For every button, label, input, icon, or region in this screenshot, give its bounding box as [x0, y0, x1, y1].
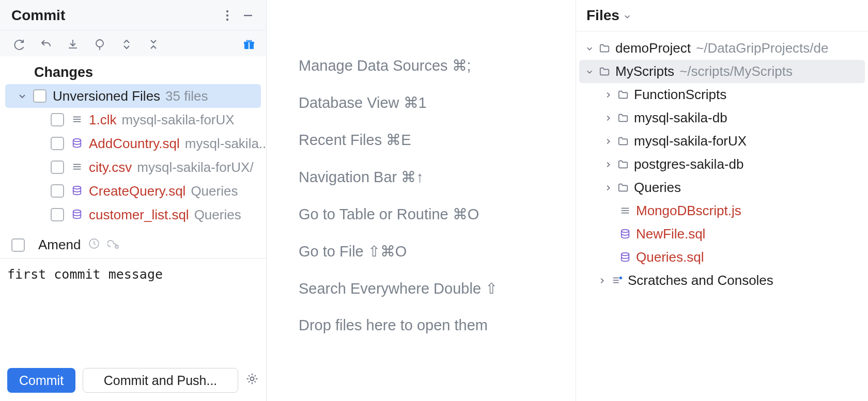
commit-title: Commit: [11, 7, 214, 24]
gear-icon[interactable]: [245, 372, 259, 389]
file-name: NewFile.sql: [636, 226, 705, 242]
database-icon: [70, 184, 84, 198]
file-checkbox[interactable]: [51, 113, 64, 126]
welcome-action[interactable]: Search Everywhere Double ⇧: [299, 280, 544, 297]
folder-node[interactable]: FunctionScripts: [576, 83, 868, 106]
file-node[interactable]: NewFile.sql: [576, 222, 868, 246]
project-root-scripts[interactable]: MyScripts ~/scripts/MyScripts: [579, 60, 865, 83]
chevron-right-icon[interactable]: [597, 277, 607, 284]
chevron-down-icon[interactable]: [584, 45, 595, 52]
unversioned-count: 35 files: [165, 88, 208, 104]
file-name: 1.clk: [89, 112, 116, 128]
file-path: mysql-sakila...: [185, 136, 266, 152]
chevron-down-icon[interactable]: [624, 7, 631, 24]
ai-suggest-icon[interactable]: [107, 237, 120, 253]
changes-heading: Changes: [0, 60, 266, 84]
file-row[interactable]: AddCountry.sql mysql-sakila...: [0, 132, 266, 155]
unversioned-files-node[interactable]: Unversioned Files 35 files: [5, 84, 261, 108]
svg-point-16: [73, 186, 81, 189]
chevron-right-icon[interactable]: [603, 115, 613, 122]
folder-label: postgres-sakila-db: [634, 156, 743, 172]
commit-message-text: first commit message: [7, 267, 163, 282]
shelve-icon[interactable]: [65, 37, 81, 52]
svg-point-1: [226, 14, 228, 17]
file-row[interactable]: 1.clk mysql-sakila-forUX: [0, 108, 266, 132]
scratches-icon: [610, 275, 624, 286]
text-file-icon: [70, 113, 84, 126]
folder-label: FunctionScripts: [634, 87, 726, 103]
folder-node[interactable]: mysql-sakila-db: [576, 106, 868, 130]
amend-row: Amend: [0, 232, 266, 258]
file-checkbox[interactable]: [51, 208, 64, 221]
chevron-down-icon[interactable]: [17, 90, 28, 102]
welcome-action[interactable]: Recent Files ⌘E: [299, 131, 544, 149]
welcome-action[interactable]: Manage Data Sources ⌘;: [299, 57, 544, 74]
file-row[interactable]: city.csv mysql-sakila-forUX/: [0, 155, 266, 179]
scripts-root-path: ~/scripts/MyScripts: [679, 63, 793, 79]
svg-point-0: [226, 10, 228, 12]
file-name: MongoDBscript.js: [636, 203, 741, 219]
svg-point-2: [226, 19, 228, 21]
chevron-right-icon[interactable]: [603, 91, 613, 99]
file-checkbox[interactable]: [51, 137, 64, 150]
preview-diff-icon[interactable]: [92, 37, 107, 52]
folder-label: mysql-sakila-db: [634, 110, 727, 126]
file-row[interactable]: CreateQuery.sql Queries: [0, 179, 266, 203]
chevron-right-icon[interactable]: [603, 161, 613, 168]
folder-icon: [598, 43, 611, 54]
folder-node[interactable]: postgres-sakila-db: [576, 153, 868, 176]
history-icon[interactable]: [88, 237, 100, 253]
expand-icon[interactable]: [119, 37, 134, 52]
svg-point-29: [619, 276, 623, 279]
welcome-action[interactable]: Go to File ⇧⌘O: [299, 243, 544, 260]
amend-checkbox[interactable]: [11, 238, 25, 252]
amend-label: Amend: [38, 237, 81, 253]
file-checkbox[interactable]: [51, 161, 64, 174]
text-file-icon: [618, 205, 632, 217]
scratches-node[interactable]: Scratches and Consoles: [576, 269, 868, 292]
folder-node[interactable]: mysql-sakila-forUX: [576, 130, 868, 153]
folder-node[interactable]: Queries: [576, 176, 868, 199]
file-name: CreateQuery.sql: [89, 183, 185, 199]
svg-point-17: [73, 210, 81, 213]
commit-message-input[interactable]: first commit message: [0, 258, 266, 362]
scratches-label: Scratches and Consoles: [628, 272, 773, 288]
minimize-icon[interactable]: [240, 8, 256, 23]
kebab-menu-icon[interactable]: [220, 8, 235, 23]
commit-button[interactable]: Commit: [7, 368, 75, 393]
welcome-action[interactable]: Navigation Bar ⌘↑: [299, 168, 544, 186]
commit-and-push-button[interactable]: Commit and Push...: [83, 368, 238, 393]
files-tree: demoProject ~/DataGripProjects/de MyScri…: [576, 31, 868, 292]
rollback-icon[interactable]: [38, 37, 54, 52]
scripts-root-name: MyScripts: [615, 63, 674, 79]
file-row[interactable]: customer_list.sql Queries: [0, 203, 266, 227]
unversioned-checkbox[interactable]: [33, 89, 47, 103]
folder-icon: [616, 182, 630, 194]
file-name: city.csv: [89, 159, 132, 175]
refresh-icon[interactable]: [11, 37, 27, 52]
demo-project-name: demoProject: [615, 40, 691, 56]
welcome-action[interactable]: Drop files here to open them: [299, 317, 544, 334]
svg-rect-8: [249, 42, 250, 49]
folder-icon: [616, 113, 630, 124]
svg-point-12: [73, 139, 81, 142]
file-checkbox[interactable]: [51, 184, 64, 198]
gift-icon[interactable]: [241, 37, 257, 52]
project-root-demo[interactable]: demoProject ~/DataGripProjects/de: [576, 37, 868, 60]
file-path: Queries: [194, 207, 241, 223]
text-file-icon: [70, 161, 84, 174]
file-node[interactable]: MongoDBscript.js: [576, 199, 868, 222]
database-icon: [70, 208, 84, 221]
collapse-icon[interactable]: [146, 37, 161, 52]
chevron-down-icon[interactable]: [584, 68, 595, 75]
svg-point-4: [96, 40, 103, 47]
file-path: mysql-sakila-forUX: [121, 112, 234, 128]
chevron-right-icon[interactable]: [603, 184, 613, 191]
chevron-right-icon[interactable]: [603, 138, 613, 145]
welcome-action[interactable]: Go to Table or Routine ⌘O: [299, 205, 544, 223]
files-title: Files: [586, 7, 619, 24]
svg-point-25: [622, 252, 629, 255]
welcome-action[interactable]: Database View ⌘1: [299, 94, 544, 111]
files-panel: Files demoProject ~/DataGripProjects/de: [576, 0, 868, 401]
file-node[interactable]: Queries.sql: [576, 246, 868, 269]
